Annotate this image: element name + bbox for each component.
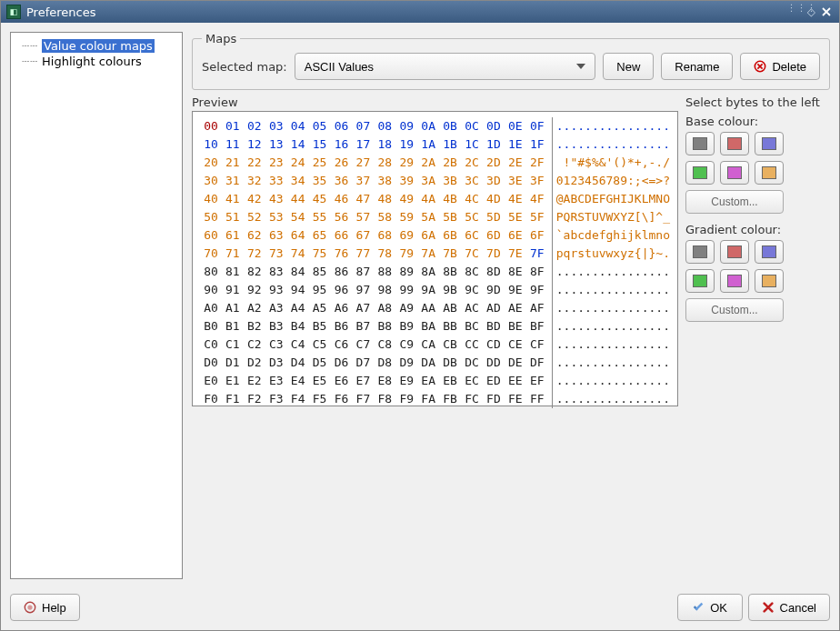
hex-byte[interactable]: B8 [374, 317, 395, 336]
hex-byte[interactable]: 9D [483, 281, 505, 299]
hex-byte[interactable]: 61 [222, 226, 244, 245]
hex-row[interactable]: 505152535455565758595A5B5C5D5E5FPQRSTUVW… [200, 208, 670, 226]
hex-byte[interactable]: 41 [222, 190, 244, 208]
hex-byte[interactable]: 68 [374, 226, 395, 245]
hex-byte[interactable]: FC [461, 390, 483, 408]
hex-byte[interactable]: DC [461, 354, 483, 372]
hex-byte[interactable]: 93 [265, 281, 287, 299]
hex-byte[interactable]: 72 [244, 245, 265, 263]
hex-byte[interactable]: 4B [439, 190, 461, 208]
hex-byte[interactable]: B0 [200, 317, 222, 336]
hex-byte[interactable]: 53 [265, 208, 287, 226]
hex-byte[interactable]: E8 [374, 372, 395, 390]
hex-byte[interactable]: E4 [287, 372, 309, 390]
hex-byte[interactable]: DF [526, 354, 548, 372]
hex-byte[interactable]: DB [439, 354, 461, 372]
hex-byte[interactable]: 43 [265, 190, 287, 208]
hex-byte[interactable]: AA [417, 299, 439, 317]
hex-row[interactable]: 202122232425262728292A2B2C2D2E2F !"#$%&'… [200, 154, 670, 172]
hex-byte[interactable]: 64 [287, 226, 309, 245]
restore-icon[interactable]: ◇ [807, 5, 815, 18]
hex-byte[interactable]: 92 [244, 281, 265, 299]
hex-byte[interactable]: 8B [439, 263, 461, 281]
hex-byte[interactable]: 78 [374, 245, 395, 263]
hex-byte[interactable]: BB [439, 317, 461, 336]
hex-byte[interactable]: B6 [331, 317, 353, 336]
hex-byte[interactable]: 2F [526, 154, 548, 172]
hex-byte[interactable]: D2 [244, 354, 265, 372]
hex-byte[interactable]: 9B [439, 281, 461, 299]
hex-byte[interactable]: 44 [287, 190, 309, 208]
hex-byte[interactable]: CE [505, 336, 526, 354]
hex-byte[interactable]: 97 [352, 281, 374, 299]
hex-byte[interactable]: 58 [374, 208, 395, 226]
hex-byte[interactable]: C4 [287, 336, 309, 354]
hex-byte[interactable]: 63 [265, 226, 287, 245]
sidebar-item-highlight-colours[interactable]: ┄┄ Highlight colours [15, 54, 178, 69]
hex-byte[interactable]: 79 [395, 245, 417, 263]
hex-byte[interactable]: B7 [352, 317, 374, 336]
hex-byte[interactable]: AB [439, 299, 461, 317]
hex-byte[interactable]: 54 [287, 208, 309, 226]
hex-byte[interactable]: 1B [439, 135, 461, 154]
hex-byte[interactable]: 6D [483, 226, 505, 245]
hex-row[interactable]: A0A1A2A3A4A5A6A7A8A9AAABACADAEAF........… [200, 299, 670, 317]
hex-byte[interactable]: C6 [331, 336, 353, 354]
base-colour-swatch[interactable] [720, 161, 749, 185]
hex-byte[interactable]: F4 [287, 390, 309, 408]
ok-button[interactable]: OK [677, 594, 743, 621]
hex-byte[interactable]: 73 [265, 245, 287, 263]
base-colour-swatch[interactable] [755, 161, 784, 185]
hex-byte[interactable]: F0 [200, 390, 222, 408]
hex-byte[interactable]: C0 [200, 336, 222, 354]
hex-byte[interactable]: A0 [200, 299, 222, 317]
hex-byte[interactable]: 4A [417, 190, 439, 208]
hex-byte[interactable]: 8F [526, 263, 548, 281]
hex-byte[interactable]: D7 [352, 354, 374, 372]
hex-byte[interactable]: FE [505, 390, 526, 408]
hex-byte[interactable]: 98 [374, 281, 395, 299]
hex-byte[interactable]: 11 [222, 135, 244, 154]
hex-byte[interactable]: F6 [331, 390, 353, 408]
hex-row[interactable]: C0C1C2C3C4C5C6C7C8C9CACBCCCDCECF........… [200, 336, 670, 354]
hex-byte[interactable]: BC [461, 317, 483, 336]
hex-byte[interactable]: D1 [222, 354, 244, 372]
hex-byte[interactable]: 2A [417, 154, 439, 172]
category-tree[interactable]: ┄┄ Value colour maps ┄┄ Highlight colour… [10, 32, 183, 579]
hex-byte[interactable]: 1F [526, 135, 548, 154]
gradient-colour-swatch[interactable] [685, 240, 715, 264]
hex-byte[interactable]: EA [417, 372, 439, 390]
hex-byte[interactable]: 03 [265, 117, 287, 135]
hex-byte[interactable]: 05 [309, 117, 331, 135]
hex-byte[interactable]: 32 [244, 172, 265, 190]
hex-byte[interactable]: 35 [309, 172, 331, 190]
hex-byte[interactable]: 10 [200, 135, 222, 154]
hex-byte[interactable]: 9E [505, 281, 526, 299]
hex-byte[interactable]: 6A [417, 226, 439, 245]
hex-row[interactable]: B0B1B2B3B4B5B6B7B8B9BABBBCBDBEBF........… [200, 317, 670, 336]
hex-byte[interactable]: 3C [461, 172, 483, 190]
hex-byte[interactable]: DA [417, 354, 439, 372]
hex-byte[interactable]: 9F [526, 281, 548, 299]
hex-byte[interactable]: D0 [200, 354, 222, 372]
hex-byte[interactable]: 3E [505, 172, 526, 190]
new-button[interactable]: New [603, 53, 654, 80]
hex-byte[interactable]: 7F [526, 245, 548, 263]
base-colour-swatch[interactable] [685, 161, 715, 185]
gradient-colour-swatch[interactable] [720, 240, 749, 264]
hex-byte[interactable]: 33 [265, 172, 287, 190]
hex-byte[interactable]: C9 [395, 336, 417, 354]
hex-byte[interactable]: 0F [526, 117, 548, 135]
hex-byte[interactable]: B1 [222, 317, 244, 336]
hex-byte[interactable]: E7 [352, 372, 374, 390]
hex-byte[interactable]: 85 [309, 263, 331, 281]
close-icon[interactable] [819, 5, 834, 19]
hex-row[interactable]: 101112131415161718191A1B1C1D1E1F........… [200, 135, 670, 154]
hex-byte[interactable]: 7C [461, 245, 483, 263]
hex-byte[interactable]: 4C [461, 190, 483, 208]
hex-byte[interactable]: 66 [331, 226, 353, 245]
hex-byte[interactable]: 8D [483, 263, 505, 281]
hex-byte[interactable]: 2E [505, 154, 526, 172]
hex-row[interactable]: 606162636465666768696A6B6C6D6E6F`abcdefg… [200, 226, 670, 245]
hex-byte[interactable]: 5E [505, 208, 526, 226]
